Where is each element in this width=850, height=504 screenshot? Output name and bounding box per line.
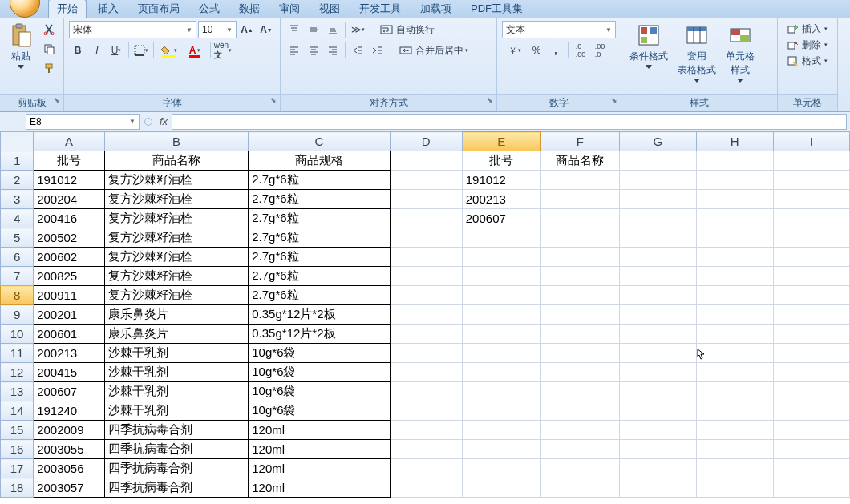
decrease-indent-button[interactable] [349, 42, 366, 59]
tab-开始[interactable]: 开始 [48, 0, 87, 18]
increase-decimal-button[interactable]: .0.00 [572, 42, 589, 59]
cell-F7[interactable] [540, 267, 619, 286]
cell-G7[interactable] [619, 267, 696, 286]
tab-插入[interactable]: 插入 [90, 0, 127, 18]
cell-styles-button[interactable]: 单元格 样式 [722, 21, 758, 84]
underline-button[interactable]: U▾ [107, 42, 125, 59]
orientation-button[interactable]: ≫▾ [349, 21, 366, 38]
cell-G10[interactable] [619, 325, 696, 344]
cell-C10[interactable]: 0.35g*12片*2板 [249, 325, 390, 344]
cell-D6[interactable] [390, 248, 462, 267]
col-header-F[interactable]: F [540, 132, 619, 151]
cell-D15[interactable] [390, 421, 462, 440]
row-header-17[interactable]: 17 [1, 459, 34, 478]
insert-cells-button[interactable]: 插入▾ [783, 21, 832, 37]
cell-F9[interactable] [540, 305, 619, 325]
col-header-C[interactable]: C [249, 132, 390, 151]
cell-F2[interactable] [540, 171, 619, 190]
cell-E6[interactable] [462, 248, 540, 267]
cell-C15[interactable]: 120ml [249, 421, 390, 440]
cell-D1[interactable] [390, 151, 462, 171]
format-painter-button[interactable] [40, 59, 58, 77]
name-box[interactable]: E8▼ [26, 114, 140, 130]
cell-E10[interactable] [462, 325, 540, 344]
border-button[interactable]: ▾ [132, 42, 150, 59]
cell-F14[interactable] [540, 401, 619, 421]
row-header-6[interactable]: 6 [1, 248, 34, 267]
cell-E11[interactable] [462, 344, 540, 363]
cell-E8[interactable] [462, 286, 540, 305]
bold-button[interactable]: B [69, 42, 87, 59]
cell-C8[interactable]: 2.7g*6粒 [249, 286, 390, 305]
cell-I6[interactable] [773, 248, 849, 267]
col-header-A[interactable]: A [34, 132, 105, 151]
cell-E15[interactable] [462, 421, 540, 440]
cell-E3[interactable]: 200213 [462, 190, 540, 209]
cell-D4[interactable] [390, 209, 462, 228]
cell-H10[interactable] [696, 325, 773, 344]
cell-G17[interactable] [619, 459, 696, 478]
cell-B8[interactable]: 复方沙棘籽油栓 [104, 286, 248, 305]
row-header-12[interactable]: 12 [1, 363, 34, 382]
cell-C13[interactable]: 10g*6袋 [249, 382, 390, 401]
office-orb[interactable] [10, 0, 43, 18]
cell-I10[interactable] [773, 325, 849, 344]
cell-D16[interactable] [390, 440, 462, 459]
cell-I13[interactable] [773, 382, 849, 401]
cell-H13[interactable] [696, 382, 773, 401]
cell-I17[interactable] [773, 459, 849, 478]
cell-B11[interactable]: 沙棘干乳剂 [104, 344, 248, 363]
cell-G16[interactable] [619, 440, 696, 459]
cell-B7[interactable]: 复方沙棘籽油栓 [104, 267, 248, 286]
cell-H8[interactable] [696, 286, 773, 305]
cell-B5[interactable]: 复方沙棘籽油栓 [104, 228, 248, 248]
cell-E16[interactable] [462, 440, 540, 459]
cell-G5[interactable] [619, 228, 696, 248]
cell-F18[interactable] [540, 478, 619, 498]
italic-button[interactable]: I [88, 42, 106, 59]
cell-F16[interactable] [540, 440, 619, 459]
cell-A8[interactable]: 200911 [34, 286, 105, 305]
cell-C18[interactable]: 120ml [249, 478, 390, 498]
align-bottom-button[interactable] [324, 21, 342, 38]
increase-font-button[interactable]: A▲ [238, 21, 256, 38]
align-top-button[interactable] [285, 21, 303, 38]
decrease-decimal-button[interactable]: .00.0 [591, 42, 609, 59]
cell-D5[interactable] [390, 228, 462, 248]
cell-F8[interactable] [540, 286, 619, 305]
decrease-font-button[interactable]: A▼ [257, 21, 275, 38]
cell-F3[interactable] [540, 190, 619, 209]
col-header-B[interactable]: B [104, 132, 248, 151]
cell-H17[interactable] [696, 459, 773, 478]
cell-G1[interactable] [619, 151, 696, 171]
row-header-11[interactable]: 11 [1, 344, 34, 363]
cell-E1[interactable]: 批号 [462, 151, 540, 171]
cell-C12[interactable]: 10g*6袋 [249, 363, 390, 382]
row-header-2[interactable]: 2 [1, 171, 34, 190]
cell-H7[interactable] [696, 267, 773, 286]
comma-button[interactable]: , [547, 42, 565, 59]
tab-加载项[interactable]: 加载项 [412, 0, 459, 18]
cell-G4[interactable] [619, 209, 696, 228]
cell-G15[interactable] [619, 421, 696, 440]
cell-H1[interactable] [696, 151, 773, 171]
cell-I15[interactable] [773, 421, 849, 440]
percent-button[interactable]: % [528, 42, 545, 59]
cell-A12[interactable]: 200415 [34, 363, 105, 382]
cell-F10[interactable] [540, 325, 619, 344]
cell-C9[interactable]: 0.35g*12片*2板 [249, 305, 390, 325]
cell-C2[interactable]: 2.7g*6粒 [249, 171, 390, 190]
cell-G6[interactable] [619, 248, 696, 267]
row-header-13[interactable]: 13 [1, 382, 34, 401]
cell-H18[interactable] [696, 478, 773, 498]
cell-A13[interactable]: 200607 [34, 382, 105, 401]
cell-D18[interactable] [390, 478, 462, 498]
merge-center-button[interactable]: 合并后居中▾ [395, 42, 472, 59]
cell-B12[interactable]: 沙棘干乳剂 [104, 363, 248, 382]
number-launcher[interactable]: ⬊ [611, 96, 617, 104]
cell-B10[interactable]: 康乐鼻炎片 [104, 325, 248, 344]
cell-H6[interactable] [696, 248, 773, 267]
cell-C17[interactable]: 120ml [249, 459, 390, 478]
cell-A17[interactable]: 2003056 [34, 459, 105, 478]
cell-E14[interactable] [462, 401, 540, 421]
